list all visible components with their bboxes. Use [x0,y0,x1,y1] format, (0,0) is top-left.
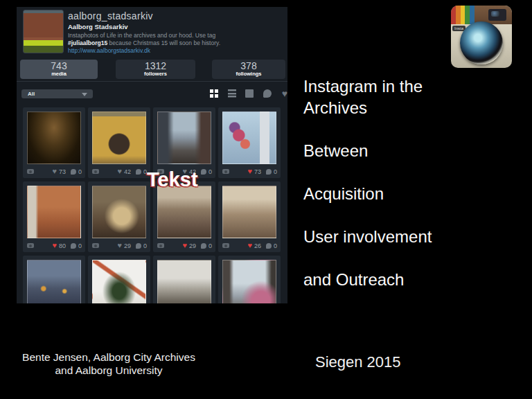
stat-followings-label: followings [212,71,285,77]
like-count: 80 [59,242,66,249]
logo-rainbow-stripe [451,6,475,24]
photo-cell[interactable]: 290 [88,181,150,252]
camera-icon [157,243,164,248]
profile-website-link[interactable]: http://www.aalborgstadsarkiv.dk [68,47,150,54]
tekst-overlay: Tekst [147,168,198,191]
like-count: 29 [124,242,131,249]
photo-meta: 730 [27,167,82,176]
like-count: 73 [59,168,66,175]
stat-media-label: media [20,71,98,77]
photo-thumbnail[interactable] [27,112,81,164]
profile-avatar[interactable] [23,10,64,53]
title-line-between: Between [303,140,456,161]
photo-cell[interactable]: 800 [23,181,85,252]
photo-thumbnail[interactable] [27,186,81,238]
title-line-archives: Instagram in the Archives [303,76,456,118]
heart-icon [247,168,252,175]
profile-username: aalborg_stadsarkiv [68,10,153,21]
comment-count: 0 [209,242,212,249]
photo-grid: 730 420 420 73 [23,107,281,303]
heart-icon [117,242,122,249]
photo-thumbnail[interactable] [157,260,211,303]
stat-followers[interactable]: 1312 followers [116,60,195,79]
camera-icon [222,243,229,248]
photo-meta: 730 [222,167,277,176]
stat-followers-label: followers [116,71,195,77]
photo-thumbnail[interactable] [222,260,276,303]
heart-icon [247,242,252,249]
comment-count: 0 [78,242,82,249]
bio-hashtag[interactable]: #juliaalborg15 [68,39,107,46]
photo-cell[interactable] [218,256,281,303]
stat-followings-value: 378 [212,61,285,71]
photo-thumbnail[interactable] [222,112,276,164]
slide-title-block: Instagram in the Archives Between Acquis… [303,76,456,312]
photo-meta: 420 [92,167,147,176]
like-count: 73 [254,168,261,175]
instagram-screenshot-panel: aalborg_stadsarkiv Aalborg Stadsarkiv In… [17,7,287,303]
comment-icon [71,169,76,175]
photo-cell[interactable] [23,256,85,303]
author-credit: Bente Jensen, Aalborg City Archives and … [17,351,201,377]
event-label: Siegen 2015 [315,353,401,371]
instagram-logo: Insta [451,6,512,68]
filter-dropdown[interactable]: All [21,89,93,98]
photo-meta: 290 [157,241,212,250]
photo-cell[interactable]: 420 [153,107,215,178]
bio-line1: Instaphotos of Life in the archives and … [68,32,215,39]
profile-bio: Instaphotos of Life in the archives and … [68,32,276,46]
comment-count: 0 [274,242,277,249]
likes-view-icon[interactable] [281,89,287,98]
photo-meta: 290 [92,241,147,250]
comment-count: 0 [274,168,277,175]
photo-cell[interactable]: 730 [218,107,281,178]
photo-thumbnail[interactable] [92,112,146,164]
photo-thumbnail[interactable] [157,112,211,164]
profile-display-name: Aalborg Stadsarkiv [68,23,128,30]
like-count: 29 [189,242,196,249]
camera-icon [92,243,99,248]
stat-media[interactable]: 743 media [20,60,98,79]
photo-cell[interactable] [88,256,150,303]
logo-viewfinder [488,9,506,21]
stat-followings[interactable]: 378 followings [212,60,285,79]
title-line-acquisition: Acquisition [303,183,456,204]
comment-count: 0 [209,168,212,175]
bio-line2: because Christmas 15 will soon be histor… [107,39,220,46]
photo-meta: 800 [27,241,82,250]
comment-icon [71,243,76,249]
comment-count: 0 [143,242,147,249]
camera-lens-icon [460,21,503,64]
divider [17,81,287,82]
photo-thumbnail[interactable] [92,260,146,303]
camera-icon [222,169,229,174]
photo-cell[interactable]: 260 [218,181,281,252]
comment-icon [201,243,206,249]
photo-thumbnail[interactable] [92,186,146,238]
photo-meta: 260 [222,241,277,250]
title-line-outreach: and Outreach [303,269,456,290]
presentation-slide: aalborg_stadsarkiv Aalborg Stadsarkiv In… [0,0,532,399]
comment-icon [201,169,206,175]
photo-cell[interactable]: 290 [153,181,215,252]
photo-thumbnail[interactable] [222,186,276,238]
camera-icon [27,243,34,248]
filter-selected-value: All [28,91,35,97]
heart-icon [182,242,187,249]
photo-thumbnail[interactable] [157,186,211,238]
grid-view-icon[interactable] [210,89,218,98]
title-line-user-involvement: User involvement [303,226,456,247]
photo-cell[interactable] [153,256,215,303]
photo-cell[interactable]: 420 [88,107,150,178]
author-credit-line1: Bente Jensen, Aalborg City Archives [17,351,201,364]
heart-icon [52,168,57,175]
list-view-icon[interactable] [228,89,236,98]
stat-followers-value: 1312 [116,61,195,71]
single-view-icon[interactable] [245,89,254,98]
chevron-down-icon [82,93,87,96]
photo-cell[interactable]: 730 [23,107,85,178]
comment-icon [266,169,272,175]
comments-view-icon[interactable] [263,89,272,98]
heart-icon [52,242,57,249]
photo-thumbnail[interactable] [27,260,81,303]
